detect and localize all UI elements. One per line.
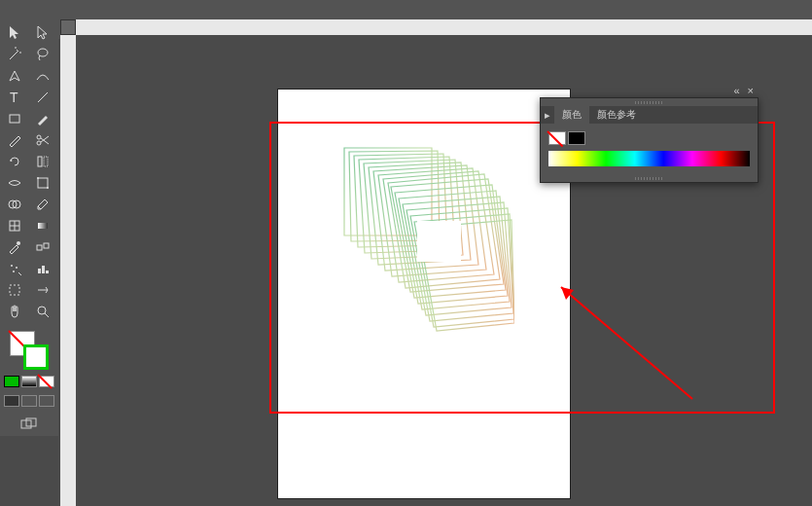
- panel-drag-handle[interactable]: [541, 98, 758, 106]
- free-transform-tool[interactable]: [30, 173, 55, 193]
- svg-rect-16: [38, 223, 48, 229]
- svg-point-9: [37, 177, 39, 179]
- pen-tool[interactable]: [2, 66, 27, 86]
- swatches-tab[interactable]: 颜色参考: [589, 106, 644, 124]
- panel-close-icon[interactable]: ×: [748, 85, 754, 96]
- panel-collapse-icon[interactable]: «: [733, 85, 739, 96]
- magic-wand-tool[interactable]: [2, 45, 27, 64]
- slice-tool[interactable]: [30, 280, 55, 300]
- gradient-mode-swatch[interactable]: [21, 376, 37, 387]
- none-mode-swatch[interactable]: [39, 376, 54, 387]
- svg-point-21: [16, 267, 18, 269]
- svg-rect-3: [10, 115, 19, 123]
- hand-tool[interactable]: [2, 302, 27, 321]
- color-panel: « × ▸ 颜色 颜色参考: [540, 97, 759, 183]
- svg-rect-6: [38, 157, 42, 166]
- svg-rect-18: [37, 245, 42, 250]
- svg-point-17: [17, 241, 20, 245]
- screen-mode-button[interactable]: [21, 395, 37, 407]
- gradient-tool[interactable]: [30, 216, 55, 235]
- artboard[interactable]: [278, 90, 570, 498]
- color-swatch-section: [2, 327, 56, 432]
- rotate-tool[interactable]: [2, 152, 27, 171]
- direct-selection-tool[interactable]: [30, 23, 55, 43]
- svg-rect-23: [38, 269, 41, 273]
- column-graph-tool[interactable]: [30, 259, 55, 278]
- color-spectrum[interactable]: [548, 151, 750, 166]
- zoom-tool[interactable]: [30, 302, 55, 321]
- lasso-tool[interactable]: [30, 45, 55, 64]
- horizontal-ruler[interactable]: [76, 19, 812, 35]
- live-paint-tool[interactable]: [30, 195, 55, 214]
- vertical-ruler[interactable]: [60, 35, 76, 506]
- svg-line-28: [45, 313, 49, 317]
- chevron-down-icon[interactable]: ▸: [541, 109, 554, 122]
- svg-rect-31: [417, 221, 461, 262]
- svg-point-0: [38, 49, 48, 56]
- symbol-sprayer-tool[interactable]: [2, 259, 27, 278]
- pencil-tool[interactable]: [2, 130, 27, 150]
- svg-point-5: [37, 141, 41, 145]
- panel-stroke-swatch[interactable]: [568, 131, 585, 145]
- curvature-tool[interactable]: [30, 66, 55, 86]
- line-tool[interactable]: [30, 88, 55, 107]
- panel-fill-swatch[interactable]: [548, 131, 566, 145]
- svg-rect-19: [44, 243, 49, 248]
- svg-point-20: [11, 265, 13, 267]
- shape-builder-tool[interactable]: [2, 195, 27, 214]
- svg-line-2: [38, 92, 48, 102]
- screen-mode-button[interactable]: [39, 395, 54, 407]
- svg-text:T: T: [10, 90, 18, 105]
- svg-rect-7: [44, 157, 48, 166]
- panel-resize-handle[interactable]: [541, 174, 758, 182]
- color-mode-swatch[interactable]: [4, 376, 19, 387]
- svg-rect-25: [46, 271, 49, 273]
- width-tool[interactable]: [2, 173, 27, 193]
- stroke-swatch[interactable]: [23, 344, 49, 370]
- svg-rect-24: [42, 266, 45, 273]
- svg-rect-26: [10, 285, 19, 295]
- mesh-tool[interactable]: [2, 216, 27, 235]
- scissors-tool[interactable]: [30, 130, 55, 150]
- svg-line-32: [561, 287, 692, 399]
- menu-bar: [0, 0, 812, 19]
- svg-rect-8: [38, 178, 48, 188]
- svg-point-27: [38, 307, 46, 314]
- blend-tool[interactable]: [30, 237, 55, 257]
- annotation-arrow: [547, 272, 702, 409]
- artboard-tool[interactable]: [2, 280, 27, 300]
- paintbrush-tool[interactable]: [30, 109, 55, 128]
- rectangle-tool[interactable]: [2, 109, 27, 128]
- arrange-icon[interactable]: [19, 416, 39, 432]
- svg-point-10: [47, 187, 49, 189]
- screen-mode-button[interactable]: [4, 395, 19, 407]
- artwork-shape[interactable]: [325, 128, 514, 333]
- type-tool[interactable]: T: [2, 88, 27, 107]
- svg-point-4: [37, 135, 41, 139]
- tool-panel: T: [0, 19, 58, 436]
- reflect-tool[interactable]: [30, 152, 55, 171]
- canvas-area: « × ▸ 颜色 颜色参考: [60, 19, 812, 506]
- svg-point-22: [13, 271, 15, 272]
- ruler-origin[interactable]: [60, 19, 76, 35]
- color-tab[interactable]: 颜色: [554, 106, 589, 124]
- eyedropper-tool[interactable]: [2, 237, 27, 257]
- selection-tool[interactable]: [2, 23, 27, 43]
